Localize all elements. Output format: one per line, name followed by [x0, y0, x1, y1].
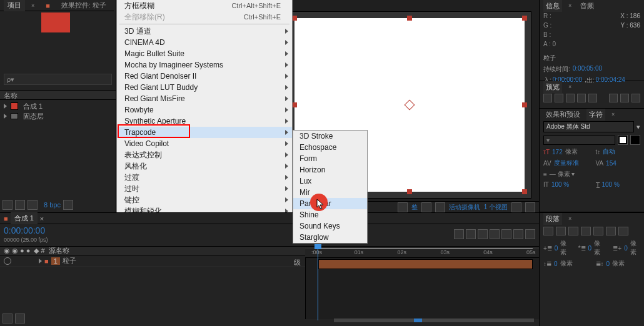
- transform-handle[interactable]: [292, 102, 297, 107]
- project-row-comp[interactable]: 合成 1: [0, 101, 116, 111]
- eye-icon[interactable]: [4, 257, 11, 265]
- transform-handle[interactable]: [407, 189, 412, 194]
- timeline-tab[interactable]: 合成 1: [11, 212, 38, 224]
- close-icon[interactable]: ×: [566, 1, 574, 10]
- font-family-select[interactable]: Adobe 黑体 Std: [543, 121, 634, 132]
- trapcode-submenu-item[interactable]: Sound Keys: [293, 220, 367, 232]
- project-search-input[interactable]: ρ▾: [4, 74, 112, 85]
- trapcode-submenu-item[interactable]: Mir: [293, 187, 367, 198]
- effects-menu-item[interactable]: Video Copilot: [117, 138, 292, 149]
- prev-frame-button[interactable]: [555, 94, 563, 102]
- layer-name[interactable]: 粒子: [63, 256, 76, 265]
- viewer-option-button[interactable]: [435, 202, 445, 212]
- new-comp-button[interactable]: [28, 200, 38, 210]
- effects-menu-item[interactable]: 表达式控制: [117, 149, 292, 161]
- trapcode-submenu[interactable]: 3D StrokeEchospaceFormHorizonLuxMirParti…: [293, 130, 368, 244]
- align-left-button[interactable]: [543, 227, 553, 235]
- justify-last-right-button[interactable]: [606, 227, 616, 235]
- project-tab[interactable]: 项目: [4, 0, 25, 11]
- toggle-modes-button[interactable]: [15, 314, 25, 324]
- indent-first-value[interactable]: 0: [588, 245, 592, 252]
- vscale-value[interactable]: 100 %: [551, 181, 569, 188]
- trapcode-submenu-item[interactable]: Echospace: [293, 142, 367, 153]
- info-tab[interactable]: 信息: [543, 0, 562, 12]
- new-folder-button[interactable]: [15, 200, 25, 210]
- trapcode-submenu-item[interactable]: Shine: [293, 209, 367, 220]
- hscale-value[interactable]: 100 %: [602, 181, 620, 188]
- character-tab[interactable]: 字符: [586, 109, 605, 121]
- effects-presets-tab[interactable]: 效果和预设: [543, 109, 583, 121]
- effects-menu-item[interactable]: 方框模糊Ctrl+Alt+Shift+E: [117, 0, 292, 11]
- play-button[interactable]: [566, 94, 575, 102]
- align-right-button[interactable]: [568, 227, 578, 235]
- current-time-indicator[interactable]: [318, 248, 318, 320]
- interpret-footage-button[interactable]: [3, 200, 13, 210]
- viewer-resolution[interactable]: 整: [411, 203, 418, 212]
- effects-menu-item[interactable]: Magic Bullet Suite: [117, 48, 292, 59]
- timeline-track-area[interactable]: [305, 258, 539, 319]
- view-layout-popup[interactable]: 1 个视图: [484, 203, 508, 212]
- justify-all-button[interactable]: [618, 227, 628, 235]
- justify-last-center-button[interactable]: [593, 227, 603, 235]
- transform-handle[interactable]: [292, 16, 297, 21]
- space-before-value[interactable]: 0: [554, 260, 558, 267]
- viewer-option-button[interactable]: [398, 202, 408, 212]
- transform-handle[interactable]: [522, 189, 527, 194]
- current-time-display[interactable]: 0:00:00:00: [0, 224, 52, 237]
- effects-menu-item[interactable]: CINEMA 4D: [117, 37, 292, 48]
- mute-button[interactable]: [620, 94, 629, 102]
- trash-button[interactable]: [63, 200, 73, 210]
- time-ruler[interactable]: :00s01s02s03s04s05s: [305, 249, 539, 258]
- preview-tab[interactable]: 预览: [543, 81, 562, 93]
- last-frame-button[interactable]: [588, 94, 597, 102]
- audio-tab[interactable]: 音频: [578, 0, 596, 12]
- effects-menu-item[interactable]: Red Giant Denoiser II: [117, 71, 292, 82]
- effects-menu-item[interactable]: 键控: [117, 194, 292, 205]
- shy-button[interactable]: [490, 229, 500, 239]
- close-icon[interactable]: ×: [566, 82, 574, 91]
- motion-blur-button[interactable]: [513, 229, 523, 239]
- effects-menu-item[interactable]: 风格化: [117, 161, 292, 172]
- viewer-option-button[interactable]: [421, 202, 431, 212]
- font-size-value[interactable]: 172: [552, 149, 563, 156]
- paragraph-tab[interactable]: 段落: [543, 213, 562, 225]
- fill-color-swatch[interactable]: [618, 135, 628, 145]
- trapcode-submenu-item[interactable]: Starglow: [293, 232, 367, 243]
- kerning-value[interactable]: 度量标准: [554, 159, 579, 167]
- font-style-select[interactable]: ▾: [543, 136, 615, 145]
- camera-popup[interactable]: 活动摄像机: [449, 203, 480, 212]
- indent-left-value[interactable]: 0: [555, 245, 558, 252]
- toggle-switches-button[interactable]: [3, 314, 13, 324]
- trapcode-submenu-item[interactable]: Lux: [293, 175, 367, 187]
- stroke-color-swatch[interactable]: [630, 135, 640, 145]
- viewer-option-button[interactable]: [511, 202, 521, 212]
- close-icon[interactable]: ×: [28, 1, 38, 10]
- twirl-icon[interactable]: [4, 114, 7, 119]
- graph-editor-button[interactable]: [525, 229, 535, 239]
- close-icon[interactable]: ×: [40, 215, 44, 222]
- eyedropper-icon[interactable]: ▾: [636, 123, 640, 131]
- trapcode-submenu-item[interactable]: Horizon: [293, 164, 367, 175]
- project-row-folder[interactable]: 固态层: [0, 111, 116, 121]
- bpc-toggle[interactable]: 8 bpc: [44, 201, 61, 209]
- effect-controls-tab[interactable]: 效果控件: 粒子: [58, 0, 110, 11]
- loop-button[interactable]: [609, 94, 618, 102]
- trapcode-submenu-item[interactable]: Particular: [293, 198, 367, 209]
- trapcode-submenu-item[interactable]: Form: [293, 153, 367, 164]
- effects-menu-item[interactable]: Mocha by Imagineer Systems: [117, 59, 292, 71]
- source-name-col[interactable]: 源名称: [49, 246, 69, 255]
- close-icon[interactable]: ×: [609, 110, 617, 119]
- align-center-button[interactable]: [556, 227, 566, 235]
- close-icon[interactable]: ×: [566, 214, 574, 223]
- layer-duration-bar[interactable]: [318, 259, 533, 269]
- viewer-option-button[interactable]: [525, 202, 535, 212]
- transform-handle[interactable]: [407, 16, 412, 21]
- effects-menu-item[interactable]: Trapcode: [117, 127, 292, 138]
- transform-handle[interactable]: [522, 102, 527, 107]
- stroke-width-value[interactable]: — 像素 ▾: [550, 170, 575, 179]
- space-after-value[interactable]: 0: [606, 260, 610, 267]
- next-frame-button[interactable]: [577, 94, 586, 102]
- effects-menu-item[interactable]: Rowbyte: [117, 104, 292, 116]
- frame-blend-button[interactable]: [501, 229, 511, 239]
- comp-mini-flowchart-button[interactable]: [466, 229, 476, 239]
